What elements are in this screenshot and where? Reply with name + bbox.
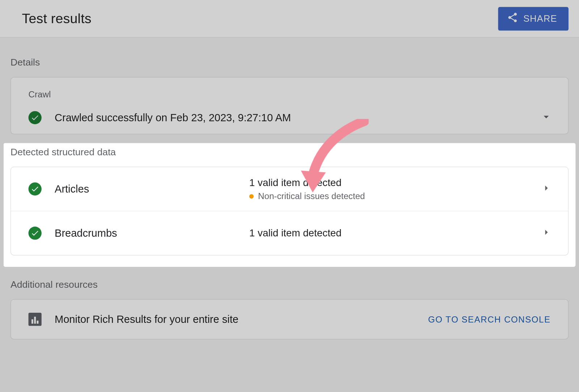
detected-item-status: 1 valid item detected bbox=[249, 177, 365, 189]
detected-item-articles[interactable]: Articles 1 valid item detected Non-criti… bbox=[11, 167, 568, 211]
crawl-status-text: Crawled successfully on Feb 23, 2023, 9:… bbox=[55, 111, 291, 124]
detected-highlight-region: Detected structured data Articles 1 vali… bbox=[4, 143, 576, 267]
detected-card: Articles 1 valid item detected Non-criti… bbox=[10, 167, 569, 255]
details-section-label: Details bbox=[10, 57, 569, 68]
detected-item-name: Breadcrumbs bbox=[55, 227, 117, 239]
check-icon bbox=[29, 182, 42, 195]
warning-dot-icon bbox=[249, 194, 254, 198]
crawl-card: Crawl Crawled successfully on Feb 23, 20… bbox=[10, 77, 569, 134]
share-button[interactable]: SHARE bbox=[498, 7, 569, 30]
bar-chart-icon bbox=[29, 313, 42, 326]
go-to-search-console-link[interactable]: GO TO SEARCH CONSOLE bbox=[428, 314, 550, 324]
page-title: Test results bbox=[22, 11, 91, 27]
detected-item-name: Articles bbox=[55, 183, 89, 195]
detected-item-warning-row: Non-critical issues detected bbox=[249, 191, 365, 201]
page-header: Test results SHARE bbox=[0, 0, 579, 38]
resources-card: Monitor Rich Results for your entire sit… bbox=[10, 299, 569, 340]
detected-section-label: Detected structured data bbox=[10, 143, 569, 158]
share-icon bbox=[507, 12, 518, 25]
detected-item-warning: Non-critical issues detected bbox=[258, 191, 365, 201]
detected-item-status-block: 1 valid item detected bbox=[249, 227, 342, 239]
monitor-text: Monitor Rich Results for your entire sit… bbox=[55, 313, 415, 325]
chevron-down-icon bbox=[540, 111, 552, 125]
resources-section-label: Additional resources bbox=[10, 279, 569, 290]
check-icon bbox=[29, 111, 42, 124]
chevron-right-icon bbox=[540, 182, 552, 196]
detected-item-status: 1 valid item detected bbox=[249, 227, 342, 239]
crawl-subheader: Crawl bbox=[11, 77, 568, 101]
resources-row: Monitor Rich Results for your entire sit… bbox=[11, 300, 568, 339]
crawl-status-row[interactable]: Crawled successfully on Feb 23, 2023, 9:… bbox=[11, 101, 568, 134]
detected-item-status-block: 1 valid item detected Non-critical issue… bbox=[249, 177, 365, 201]
chevron-right-icon bbox=[540, 226, 552, 240]
share-button-label: SHARE bbox=[523, 13, 557, 24]
check-icon bbox=[29, 227, 42, 240]
detected-item-breadcrumbs[interactable]: Breadcrumbs 1 valid item detected bbox=[11, 211, 568, 255]
